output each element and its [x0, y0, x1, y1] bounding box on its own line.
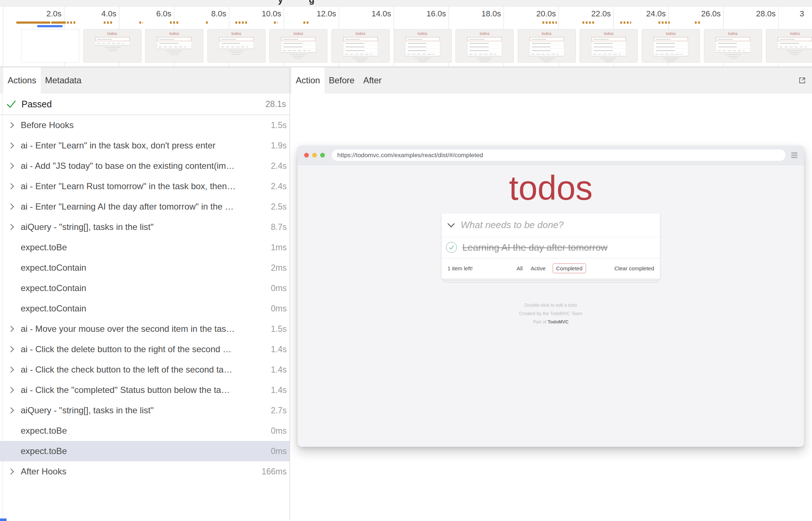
- open-snapshot-in-new-tab-button[interactable]: [797, 67, 807, 94]
- action-row[interactable]: expect.toBe0ms: [0, 421, 290, 441]
- filmstrip-thumbnail[interactable]: todos: [766, 29, 812, 63]
- thumbnail-mini-footer: [530, 52, 564, 56]
- filmstrip-thumbnail[interactable]: todos: [331, 29, 390, 63]
- filter-active[interactable]: Active: [530, 263, 547, 273]
- action-row-duration: 1.4s: [271, 345, 290, 354]
- chevron-right-icon[interactable]: [8, 326, 14, 332]
- thumbnail-todos-title: todos: [394, 32, 451, 36]
- timeline-tick-label: 14.0s: [345, 9, 391, 19]
- action-row[interactable]: Before Hooks1.5s: [0, 115, 290, 135]
- thumbnail-mini-item: [530, 45, 564, 48]
- filmstrip-thumbnail[interactable]: todos: [518, 29, 576, 63]
- info-line: Double-click to edit a todo: [298, 301, 804, 310]
- chevron-right-icon[interactable]: [8, 204, 14, 210]
- clear-completed-button[interactable]: Clear completed: [614, 265, 654, 271]
- action-row[interactable]: After Hooks166ms: [0, 461, 290, 482]
- chevron-right-icon[interactable]: [8, 346, 14, 353]
- filmstrip-thumbnail[interactable]: todos: [207, 29, 266, 63]
- action-row[interactable]: expect.toContain2ms: [0, 258, 290, 278]
- action-row[interactable]: aiQuery - "string[], tasks in the list"2…: [0, 400, 290, 421]
- action-row[interactable]: aiQuery - "string[], tasks in the list"8…: [0, 217, 290, 237]
- action-row[interactable]: ai - Click the delete button to the righ…: [0, 339, 290, 359]
- toggle-all-chevron-icon[interactable]: [447, 220, 455, 227]
- action-marker-bar: [170, 21, 179, 24]
- thumbnail-mini-input: [716, 37, 750, 41]
- chevron-right-icon[interactable]: [8, 183, 14, 190]
- filmstrip-thumbnail[interactable]: todos: [580, 29, 638, 63]
- list-left-edge: [3, 94, 3, 520]
- traffic-light-minimize: [312, 153, 317, 158]
- filmstrip-thumbnail[interactable]: todos: [642, 29, 700, 63]
- action-row[interactable]: ai - Add "JS today" to base on the exist…: [0, 156, 290, 176]
- thumbnail-mini-footer: [716, 48, 750, 52]
- filter-completed[interactable]: Completed: [552, 263, 586, 273]
- timeline-tick-label: 12.0s: [290, 9, 336, 19]
- thumbnail-mini-input: [467, 37, 502, 41]
- thumbnail-mini-footer: [343, 52, 378, 56]
- action-row[interactable]: ai - Enter "Learning AI the day after to…: [0, 196, 290, 217]
- tab-before[interactable]: Before: [325, 67, 359, 94]
- filmstrip-thumbnail[interactable]: [21, 29, 79, 63]
- todo-app: todos What needs to be done? Learning AI: [298, 165, 804, 446]
- action-row[interactable]: expect.toBe0ms: [0, 441, 290, 461]
- todo-item[interactable]: Learning AI the day after tomorrow: [442, 237, 660, 258]
- new-todo-input[interactable]: What needs to be done?: [442, 214, 660, 237]
- action-row[interactable]: expect.toContain0ms: [0, 278, 290, 298]
- thumbnail-mini-item: [654, 45, 688, 48]
- action-row-label: ai - Click the check button to the left …: [21, 365, 271, 375]
- thumbnail-mini-footer: [281, 48, 315, 52]
- thumbnail-mini-item: [467, 41, 502, 45]
- chevron-right-icon[interactable]: [8, 163, 14, 169]
- action-row[interactable]: ai - Enter "Learn Rust tomorrow" in the …: [0, 176, 290, 196]
- thumbnail-mini-item: [157, 41, 191, 45]
- thumbnail-info-line: [541, 60, 552, 60]
- tab-after[interactable]: After: [359, 67, 386, 94]
- filmstrip-thumbnail[interactable]: todos: [455, 29, 514, 63]
- timeline-tick-label: 2.0s: [15, 9, 61, 19]
- thumbnail-todos-title: todos: [766, 32, 812, 36]
- action-row-label: ai - Move your mouse over the second ite…: [21, 324, 271, 334]
- timeline-tick-label-partial: 3: [800, 9, 811, 19]
- chevron-right-icon[interactable]: [8, 387, 14, 393]
- thumbnail-mini-item: [778, 41, 812, 45]
- thumbnail-mini-footer: [157, 45, 191, 48]
- thumbnail-mini-item: [467, 45, 502, 48]
- todo-toggle-checkbox[interactable]: [446, 242, 457, 253]
- thumbnail-mini-item: [530, 41, 564, 45]
- right-tabbar: ActionBeforeAfter: [290, 67, 812, 94]
- chevron-right-icon[interactable]: [8, 407, 14, 414]
- action-row[interactable]: ai - Move your mouse over the second ite…: [0, 319, 290, 339]
- traffic-light-close: [304, 153, 309, 158]
- tab-metadata[interactable]: Metadata: [41, 67, 86, 94]
- filmstrip-thumbnail[interactable]: todos: [83, 29, 142, 63]
- left-tabbar: ActionsMetadata: [0, 67, 290, 94]
- chevron-right-icon[interactable]: [8, 143, 14, 149]
- chevron-right-icon[interactable]: [8, 224, 14, 230]
- thumbnail-mini-input: [281, 37, 315, 41]
- tab-actions[interactable]: Actions: [3, 67, 41, 94]
- filmstrip-thumbnail[interactable]: todos: [145, 29, 203, 63]
- action-row[interactable]: ai - Enter "Learn" in the task box, don'…: [0, 135, 290, 156]
- chevron-right-icon[interactable]: [8, 469, 14, 475]
- filmstrip-thumbnail[interactable]: todos: [269, 29, 327, 63]
- action-row-duration: 2ms: [271, 263, 290, 273]
- filter-all[interactable]: All: [516, 263, 524, 273]
- timeline[interactable]: yg 2.0s4.0s6.0s8.0s10.0s12.0s14.0s16.0s1…: [0, 0, 812, 67]
- thumbnail-mini-item: [654, 48, 688, 52]
- todomvc-link[interactable]: TodoMVC: [548, 319, 568, 325]
- clipped-title-fragment: y: [278, 0, 283, 5]
- action-row[interactable]: expect.toBe1ms: [0, 237, 290, 258]
- chevron-right-icon[interactable]: [8, 122, 14, 128]
- filmstrip-thumbnail[interactable]: todos: [394, 29, 452, 63]
- action-row[interactable]: ai - Click the "completed" Status button…: [0, 380, 290, 400]
- thumbnail-mini-card: [529, 37, 564, 56]
- thumbnail-todos-title: todos: [642, 32, 700, 36]
- timeline-tick-label: 8.0s: [180, 9, 226, 19]
- thumbnail-mini-card: [716, 37, 751, 52]
- action-row[interactable]: expect.toContain0ms: [0, 298, 290, 319]
- action-row[interactable]: ai - Click the check button to the left …: [0, 359, 290, 380]
- tab-action[interactable]: Action: [291, 67, 325, 94]
- thumbnail-mini-card: [653, 37, 688, 56]
- chevron-right-icon[interactable]: [8, 367, 14, 373]
- filmstrip-thumbnail[interactable]: todos: [704, 29, 762, 63]
